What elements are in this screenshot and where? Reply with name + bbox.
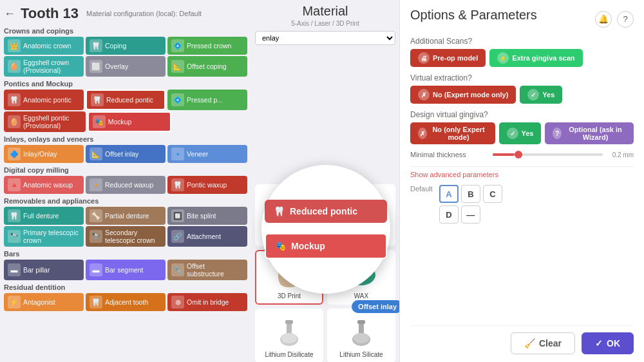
section-bars: Bars	[4, 250, 247, 258]
pontic-waxup-icon: 🦷	[171, 178, 184, 191]
svg-point-7	[354, 267, 361, 272]
material-title: Material	[255, 4, 395, 19]
slider-track[interactable]	[493, 153, 603, 156]
ok-label: OK	[607, 338, 620, 348]
btn-adjacent-tooth[interactable]: 🦷Adjacent tooth	[86, 293, 166, 311]
btn-reduced-waxup[interactable]: 🔸Reduced waxup	[86, 176, 166, 194]
additional-scans-options: 🖨 Pre-op model ⚡ Extra gingiva scan	[410, 49, 634, 67]
letter-a-btn[interactable]: A	[439, 185, 459, 203]
offset-substructure-icon: 🔧	[171, 263, 184, 276]
notification-icon[interactable]: 🔔	[595, 11, 612, 28]
optional-wizard-icon: ?	[553, 128, 562, 139]
residual-row1: ⚡Antagonist 🦷Adjacent tooth ⊗Omit in bri…	[4, 293, 247, 311]
letter-b-btn[interactable]: B	[461, 185, 480, 203]
back-button[interactable]: ←	[4, 7, 15, 21]
btn-anatomic-pontic[interactable]: 🦷Anatomic pontic	[4, 90, 84, 110]
btn-pressed-crown[interactable]: 💠Pressed crown	[167, 37, 247, 55]
yes-gingiva-btn[interactable]: ✓ Yes	[499, 122, 542, 144]
section-residual: Residual dentition	[4, 283, 247, 291]
btn-offset-inlay[interactable]: 📐Offset inlay	[86, 145, 166, 163]
btn-anatomic-crown[interactable]: 👑Anatomic crown	[4, 37, 84, 55]
anatomic-pontic-icon: 🦷	[8, 93, 21, 106]
extra-gingiva-btn[interactable]: ⚡ Extra gingiva scan	[489, 49, 582, 67]
btn-eggshell-crown[interactable]: 🥚Eggshell crown (Provisional)	[4, 56, 84, 77]
mat-lithium-silicate[interactable]: Lithium Silicate	[327, 309, 395, 362]
btn-bar-pillar[interactable]: ▬Bar pillar	[4, 260, 84, 280]
wax-label: WAX	[354, 292, 368, 300]
de-grid: D —	[439, 205, 502, 224]
composite-label: Composite	[346, 227, 377, 234]
ok-button[interactable]: ✓ OK	[582, 332, 634, 354]
btn-bite-splint[interactable]: 🔲Bite splint	[167, 207, 247, 225]
letter-d-btn[interactable]: D	[439, 205, 459, 224]
btn-full-denture[interactable]: 🦷Full denture	[4, 207, 84, 225]
acrylic-thumbnail	[267, 189, 312, 225]
minimal-thickness-row: Minimal thickness 0.2 mm	[410, 151, 634, 158]
mat-3dprint[interactable]: 3D Print	[255, 250, 323, 305]
inlays-row1: 🔷Inlay/Onlay 📐Offset inlay 🔹Veneer	[4, 145, 247, 163]
btn-coping[interactable]: 🦷Coping	[86, 37, 166, 55]
full-denture-icon: 🦷	[8, 209, 21, 222]
abc-grid: A B C	[439, 185, 502, 203]
mat-lithium-disilicate[interactable]: Lithium Disilicate	[255, 309, 323, 362]
btn-pressed-p[interactable]: 💠Pressed p...	[167, 90, 247, 110]
arrow-indicator: →	[368, 239, 391, 266]
slider-label: Minimal thickness	[410, 151, 488, 158]
btn-anatomic-waxup[interactable]: 🔺Anatomic waxup	[4, 176, 84, 194]
pre-op-label: Pre-op model	[433, 54, 478, 62]
btn-eggshell-pontic[interactable]: 🥚Eggshell pontic (Provisional)	[4, 111, 86, 132]
pontics-row1: 🦷Anatomic pontic 🦷Reduced pontic 💠Presse…	[4, 90, 247, 110]
right-title: Options & Parameters	[410, 8, 537, 23]
yes-extraction-label: Yes	[542, 91, 554, 99]
digital-row1: 🔺Anatomic waxup 🔸Reduced waxup 🦷Pontic w…	[4, 176, 247, 194]
bite-splint-icon: 🔲	[171, 209, 184, 222]
btn-primary-telescopic[interactable]: 🔭Primary telescopic crown	[4, 226, 84, 247]
mat-composite[interactable]: Composite	[327, 184, 395, 246]
ok-icon: ✓	[595, 338, 603, 348]
yes-gingiva-icon: ✓	[507, 128, 518, 139]
btn-omit-bridge[interactable]: ⊗Omit in bridge	[167, 293, 247, 311]
right-panel: Options & Parameters 🔔 ? Additional Scan…	[399, 0, 644, 362]
btn-overlay[interactable]: ⬜Overlay	[86, 56, 166, 77]
btn-inlay-onlay[interactable]: 🔷Inlay/Onlay	[4, 145, 84, 163]
letter-c-btn[interactable]: C	[483, 185, 502, 203]
btn-attachment[interactable]: 🔗Attachment	[167, 226, 247, 247]
material-dropdown[interactable]: enlay	[255, 31, 395, 45]
btn-antagonist[interactable]: ⚡Antagonist	[4, 293, 84, 311]
btn-pontic-waxup[interactable]: 🦷Pontic waxup	[167, 176, 247, 194]
slider-value: 0.2 mm	[608, 151, 634, 158]
no-expert-mode-btn[interactable]: ✗ No (Expert mode only)	[410, 86, 516, 104]
acrylic-label: Acrylic/PMMA Multilayer	[260, 227, 318, 241]
btn-veneer[interactable]: 🔹Veneer	[167, 145, 247, 163]
material-breadcrumb: 5-Axis / Laser / 3D Print	[255, 20, 395, 27]
show-advanced-link[interactable]: Show advanced parameters	[410, 171, 634, 178]
letter-dash-btn[interactable]: —	[461, 205, 480, 224]
btn-mockup[interactable]: 🎭Mockup	[88, 111, 172, 132]
btn-partial-denture[interactable]: 🦴Partial denture	[86, 207, 166, 225]
virtual-extraction-question: Virtual extraction?	[410, 73, 634, 82]
pressed-p-icon: 💠	[171, 93, 184, 106]
btn-offset-coping[interactable]: 📐Offset coping	[167, 56, 247, 77]
btn-bar-segment[interactable]: ▬Bar segment	[86, 260, 166, 280]
bars-row1: ▬Bar pillar ▬Bar segment 🔧Offset substru…	[4, 260, 247, 280]
clear-button[interactable]: 🧹 Clear	[511, 332, 575, 354]
virtual-extraction-options: ✗ No (Expert mode only) ✓ Yes	[410, 86, 634, 104]
svg-point-1	[279, 198, 299, 211]
mat-acrylic[interactable]: Acrylic/PMMA Multilayer	[255, 184, 323, 246]
material-grid: Acrylic/PMMA Multilayer Composite	[255, 184, 395, 362]
3dprint-label: 3D Print	[278, 292, 301, 300]
no-expert-label: No (Expert mode only)	[433, 91, 508, 99]
slider-thumb[interactable]	[515, 151, 522, 158]
btn-offset-substructure[interactable]: 🔧Offset substructure	[167, 260, 247, 280]
attachment-icon: 🔗	[171, 230, 184, 243]
help-icon[interactable]: ?	[617, 11, 634, 28]
section-digital: Digital copy milling	[4, 166, 247, 174]
btn-reduced-pontic[interactable]: 🦷Reduced pontic	[86, 90, 166, 110]
optional-wizard-btn[interactable]: ? Optional (ask in Wizard)	[545, 122, 634, 144]
yes-extraction-btn[interactable]: ✓ Yes	[520, 86, 562, 104]
pre-op-model-btn[interactable]: 🖨 Pre-op model	[410, 49, 486, 67]
no-only-expert-btn[interactable]: ✗ No (only Expert mode)	[410, 122, 495, 144]
svg-point-4	[354, 202, 361, 207]
bar-segment-icon: ▬	[90, 263, 102, 276]
btn-secondary-telescopic[interactable]: 🔭Secondary telescopic crown	[86, 226, 166, 247]
